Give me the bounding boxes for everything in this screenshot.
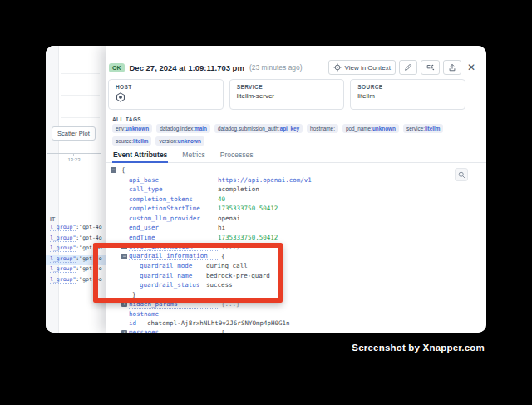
json-key[interactable]: completionStartTime <box>129 205 218 212</box>
tag-source[interactable]: source:litellm <box>112 136 151 146</box>
collapse-icon[interactable]: − <box>111 167 116 173</box>
list-item[interactable]: l_group":"gpt-4o <box>46 255 106 266</box>
axis-tick-label: 13:23 <box>62 157 86 162</box>
json-line-messages: +messages[ <box>106 328 486 333</box>
tag-value: litellm <box>425 126 440 131</box>
expand-icon[interactable]: + <box>121 301 127 307</box>
panel-header: OK Dec 27, 2024 at 1:09:11.703 pm (23 mi… <box>109 60 478 75</box>
json-key[interactable]: guardrail_information <box>129 252 218 260</box>
tag-key: datadog.submission_auth: <box>218 126 280 131</box>
background-page: Scatter Plot 13:23 IT l_group":"gpt-4ol_… <box>46 46 106 333</box>
json-key[interactable]: guardrail_status <box>140 281 206 289</box>
tag-value: main <box>195 126 207 131</box>
relative-time: (23 minutes ago) <box>249 63 303 72</box>
search-button[interactable] <box>455 168 468 181</box>
tag-datadog-submission-auth[interactable]: datadog.submission_auth:api_key <box>214 124 303 133</box>
tag-datadog-index[interactable]: datadog.index:main <box>156 124 210 133</box>
tag-value: unknown <box>372 126 396 131</box>
tab-metrics[interactable]: Metrics <box>181 147 205 162</box>
json-line-call-type: call_typeacompletion <box>106 185 486 195</box>
tag-hostname[interactable]: hostname: <box>307 124 338 133</box>
expand-icon[interactable]: + <box>121 244 127 249</box>
row-attribute-key: l_group" <box>50 224 76 231</box>
json-line-guardrail-mode: guardrail_modeduring_call <box>106 261 486 271</box>
json-line-completion-tokens: completion_tokens40 <box>106 195 486 205</box>
app-window: Scatter Plot 13:23 IT l_group":"gpt-4ol_… <box>46 46 486 333</box>
expander-slot: + <box>121 330 129 333</box>
json-key[interactable]: error_information <box>129 243 218 251</box>
json-line-endtime: endTime1735333750.50412 <box>106 233 486 243</box>
list-item[interactable]: l_group":"gpt-4o <box>46 224 106 235</box>
tag-key: env: <box>116 126 126 131</box>
tab-bar: Event AttributesMetricsProcesses <box>106 147 486 163</box>
json-punctuation: { <box>221 253 225 260</box>
expander-slot: + <box>121 244 129 249</box>
json-key[interactable]: api_base <box>129 176 218 184</box>
related-traces-button[interactable] <box>421 60 440 75</box>
json-key[interactable]: endTime <box>129 234 218 241</box>
json-key[interactable]: end_user <box>129 224 218 231</box>
info-box-value: litellm <box>357 92 458 101</box>
background-result-rows: l_group":"gpt-4ol_group":"gpt-4ol_group"… <box>46 224 106 286</box>
row-attribute-key: l_group" <box>50 235 76 242</box>
row-attribute-key: l_group" <box>50 255 76 263</box>
list-item[interactable]: l_group":"gpt-4o <box>46 276 106 287</box>
edit-button[interactable] <box>399 60 417 75</box>
tag-version[interactable]: version:unknown <box>155 136 204 146</box>
search-icon <box>458 169 466 181</box>
expand-icon[interactable]: + <box>121 330 127 333</box>
axis-tick-mark <box>73 153 74 156</box>
watermark: Screenshot by Xnapper.com <box>352 343 485 353</box>
tag-pod-name[interactable]: pod_name:unknown <box>342 124 399 133</box>
json-punctuation: [ <box>221 329 225 333</box>
json-line: −{ <box>106 165 486 175</box>
row-attribute-value: :"gpt-4o <box>76 265 101 272</box>
info-box-label: SOURCE <box>357 84 458 90</box>
json-line-guardrail-information: −guardrail_information{ <box>106 252 486 262</box>
row-attribute-key: l_group" <box>50 244 76 252</box>
json-value: 1735333750.50412 <box>218 205 278 212</box>
collapse-icon[interactable]: − <box>121 254 127 259</box>
json-key[interactable]: completion_tokens <box>129 195 218 203</box>
json-key[interactable]: call_type <box>129 185 218 193</box>
view-in-context-button[interactable]: View in Context <box>328 60 396 75</box>
event-attributes-json-viewer: −{api_basehttps://api.openai.com/v1call_… <box>106 163 486 333</box>
json-key[interactable]: custom_llm_provider <box>129 215 218 222</box>
json-key[interactable]: guardrail_mode <box>140 262 206 269</box>
pencil-icon <box>404 63 412 72</box>
json-key[interactable]: id <box>129 319 147 327</box>
list-item[interactable]: l_group":"gpt-4o <box>46 265 106 276</box>
host-hexagon-icon <box>116 96 126 104</box>
tag-key: source: <box>116 138 133 144</box>
related-traces-icon <box>426 63 435 72</box>
json-value: 40 <box>218 195 225 203</box>
scatter-plot-button[interactable]: Scatter Plot <box>52 126 96 141</box>
list-item[interactable]: l_group":"gpt-4o <box>46 244 106 255</box>
tab-processes[interactable]: Processes <box>219 147 254 162</box>
tag-env[interactable]: env:unknown <box>112 124 152 133</box>
tab-event-attributes[interactable]: Event Attributes <box>112 147 168 162</box>
upload-icon <box>448 63 456 72</box>
json-line-completionstarttime: completionStartTime1735333750.50412 <box>106 204 486 214</box>
json-value: acompletion <box>218 185 259 193</box>
export-button[interactable] <box>443 60 461 75</box>
background-list-header: IT <box>50 216 55 222</box>
all-tags-label: ALL TAGS <box>112 116 141 122</box>
json-line-custom-llm-provider: custom_llm_provideropenai <box>106 214 486 224</box>
close-icon: ✕ <box>467 62 475 73</box>
json-key[interactable]: hidden_params <box>129 300 218 309</box>
list-item[interactable]: l_group":"gpt-4o <box>46 235 106 245</box>
json-key[interactable]: hostname <box>129 310 159 318</box>
json-value: bedrock-pre-guard <box>206 272 270 279</box>
close-button[interactable]: ✕ <box>465 60 478 75</box>
status-badge: OK <box>109 63 125 72</box>
json-line-id: idchatcmpl-Aj8rxhNLht9v2J6rSNYOmp4pH0G1n <box>106 319 486 328</box>
json-key[interactable]: messages <box>129 328 218 333</box>
json-value: https://api.openai.com/v1 <box>218 176 312 184</box>
tag-key: hostname: <box>310 126 335 131</box>
tag-service[interactable]: service:litellm <box>403 124 444 133</box>
json-line-hidden-params: +hidden_params{...} <box>106 299 486 309</box>
tag-value: unknown <box>126 126 149 131</box>
event-detail-panel: OK Dec 27, 2024 at 1:09:11.703 pm (23 mi… <box>106 46 486 333</box>
json-key[interactable]: guardrail_name <box>140 272 206 279</box>
